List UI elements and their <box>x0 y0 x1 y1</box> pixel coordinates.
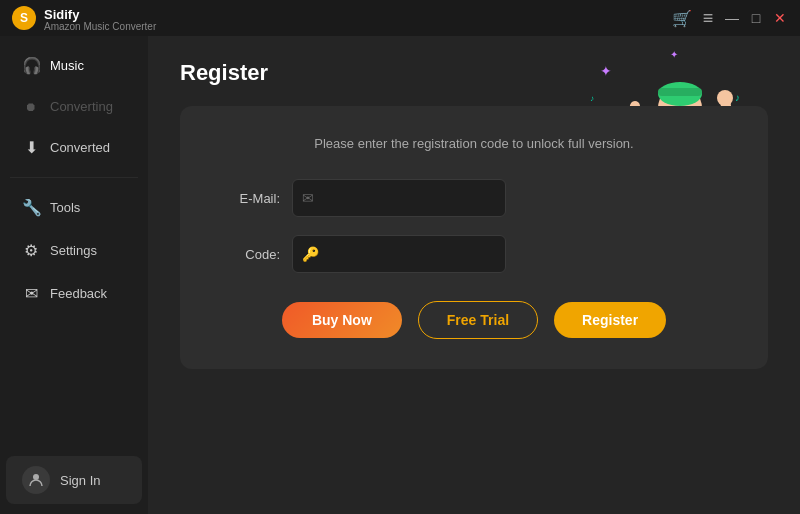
sidebar-item-tools-label: Tools <box>50 200 80 215</box>
code-input-wrapper: 🔑 <box>292 235 612 273</box>
converting-icon: ⏺ <box>22 100 40 114</box>
register-card: Please enter the registration code to un… <box>180 106 768 369</box>
sidebar-item-converted[interactable]: ⬇ Converted <box>6 128 142 167</box>
close-button[interactable]: ✕ <box>772 10 788 26</box>
svg-text:♪: ♪ <box>590 94 594 103</box>
sidebar-item-feedback[interactable]: ✉ Feedback <box>6 274 142 313</box>
key-icon: 🔑 <box>302 246 319 262</box>
cart-icon[interactable]: 🛒 <box>672 8 692 28</box>
main-content: ✦ ✦ ♪ ♪ ♪ <box>148 36 800 514</box>
sidebar-item-music-label: Music <box>50 58 84 73</box>
svg-text:✦: ✦ <box>600 63 612 79</box>
svg-text:✦: ✦ <box>670 49 678 60</box>
app-subtitle: Amazon Music Converter <box>44 21 156 32</box>
settings-icon: ⚙ <box>22 241 40 260</box>
sidebar-item-music[interactable]: 🎧 Music <box>6 46 142 85</box>
email-row: E-Mail: ✉ <box>220 179 728 217</box>
app-name: Sidify <box>44 7 79 22</box>
svg-point-14 <box>717 90 733 106</box>
sidebar-bottom: Sign In <box>0 446 148 514</box>
email-input-wrapper: ✉ <box>292 179 612 217</box>
email-label: E-Mail: <box>220 191 280 206</box>
sidebar: 🎧 Music ⏺ Converting ⬇ Converted 🔧 Tools… <box>0 36 148 514</box>
code-input[interactable] <box>292 235 506 273</box>
signin-label: Sign In <box>60 473 100 488</box>
app-info: Sidify Amazon Music Converter <box>44 5 156 32</box>
feedback-icon: ✉ <box>22 284 40 303</box>
music-icon: 🎧 <box>22 56 40 75</box>
converted-icon: ⬇ <box>22 138 40 157</box>
app-logo: S <box>12 6 36 30</box>
button-row: Buy Now Free Trial Register <box>220 301 728 339</box>
register-button[interactable]: Register <box>554 302 666 338</box>
sidebar-item-feedback-label: Feedback <box>50 286 107 301</box>
sidebar-item-converted-label: Converted <box>50 140 110 155</box>
sidebar-item-converting-label: Converting <box>50 99 113 114</box>
titlebar: S Sidify Amazon Music Converter 🛒 ≡ — □ … <box>0 0 800 36</box>
sidebar-item-settings-label: Settings <box>50 243 97 258</box>
maximize-button[interactable]: □ <box>748 10 764 26</box>
logo-char: S <box>20 11 28 25</box>
sidebar-item-settings[interactable]: ⚙ Settings <box>6 231 142 270</box>
svg-point-0 <box>33 474 39 480</box>
email-icon: ✉ <box>302 190 314 206</box>
menu-icon[interactable]: ≡ <box>700 10 716 26</box>
card-description: Please enter the registration code to un… <box>220 136 728 151</box>
tools-icon: 🔧 <box>22 198 40 217</box>
nav-divider <box>10 177 138 178</box>
code-label: Code: <box>220 247 280 262</box>
sidebar-item-tools[interactable]: 🔧 Tools <box>6 188 142 227</box>
svg-rect-8 <box>658 88 702 96</box>
code-row: Code: 🔑 <box>220 235 728 273</box>
email-input[interactable] <box>292 179 506 217</box>
app-body: 🎧 Music ⏺ Converting ⬇ Converted 🔧 Tools… <box>0 36 800 514</box>
free-trial-button[interactable]: Free Trial <box>418 301 538 339</box>
minimize-button[interactable]: — <box>724 10 740 26</box>
page-title: Register <box>180 60 268 86</box>
window-controls: 🛒 ≡ — □ ✕ <box>672 8 788 28</box>
sidebar-item-converting: ⏺ Converting <box>6 89 142 124</box>
signin-button[interactable]: Sign In <box>6 456 142 504</box>
buy-now-button[interactable]: Buy Now <box>282 302 402 338</box>
svg-text:♪: ♪ <box>735 92 740 103</box>
signin-icon <box>22 466 50 494</box>
